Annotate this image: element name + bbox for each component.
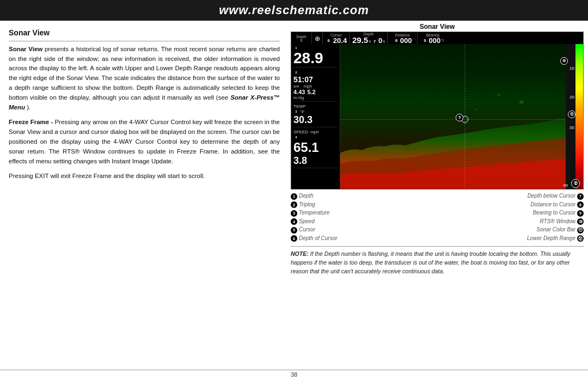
- right-panel: Sonar View Depth ft ⊕ Cursor 6: [289, 21, 588, 370]
- depth2-val: 29.5: [352, 36, 368, 44]
- header-compass: ⊕: [312, 32, 323, 45]
- watermark-bar: www.reelschematic.com: [0, 0, 588, 21]
- svg-point-1: [497, 94, 500, 96]
- freeze-frame-label: Freeze Frame -: [9, 119, 53, 125]
- sonar-top-bar: Depth ft ⊕ Cursor 6 20.4 Depth: [291, 32, 583, 45]
- header-depth-label: Depth ft: [291, 32, 312, 45]
- depth-tick-10: 10: [569, 66, 574, 71]
- legend-item-10: RTS® Window ⑩: [438, 218, 584, 225]
- sonar-display: Depth ft ⊕ Cursor 6 20.4 Depth: [291, 32, 584, 189]
- depth-tick-20: 20: [569, 95, 574, 100]
- legend-item-9: Bearing to Cursor 9: [438, 210, 584, 217]
- bold-sonar-view: Sonar View: [9, 46, 42, 52]
- marker-10: ⑩: [560, 57, 568, 65]
- speed-readout: SPEED mph 4 65.1 3.8: [293, 130, 338, 168]
- paragraph-2: Freeze Frame - Pressing any arrow on the…: [9, 118, 280, 166]
- bottom-rule: [0, 370, 588, 370]
- sonar-echo-svg: [340, 44, 567, 189]
- svg-point-0: [519, 100, 524, 103]
- sonar-view-title: Sonar View: [291, 23, 584, 30]
- cursor-marker-5: 5: [456, 114, 463, 121]
- depth-value: 28.9: [293, 51, 338, 66]
- triplog-readout: 2 51:07 sm mph 4.43 5.2 In.Hg: [293, 70, 338, 102]
- paragraph-1: Sonar View presents a historical log of …: [9, 45, 280, 113]
- left-panel: Sonar View Sonar View presents a histori…: [0, 21, 289, 370]
- note-section: NOTE: If the Depth number is flashing, i…: [291, 246, 584, 275]
- header-depth2: Depth 29.5 ft 7 0 ft: [350, 32, 388, 45]
- legend-item-8: Distance to Cursor 8: [438, 201, 584, 209]
- svg-point-2: [475, 108, 478, 111]
- temp-readout: TEMP 3 °F 30.3: [293, 104, 338, 127]
- note-text: If the Depth number is flashing, it mean…: [291, 250, 571, 274]
- section-title: Sonar View: [9, 27, 280, 41]
- paragraph-3: Pressing EXIT will exit Freeze Frame and…: [9, 171, 280, 181]
- temp-value: 30.3: [293, 114, 338, 126]
- header-distance: Distance 8 000: [388, 32, 418, 45]
- legend-item-2: 2 Triplog: [291, 201, 436, 209]
- legend-left: 1 Depth 2 Triplog 3 Temperature 4 Speed …: [291, 193, 436, 242]
- sonar-background: 5: [340, 44, 567, 189]
- watermark-text: www.reelschematic.com: [219, 3, 369, 17]
- legend-area: 1 Depth 2 Triplog 3 Temperature 4 Speed …: [291, 193, 584, 242]
- color-scale-gradient: [575, 44, 583, 189]
- legend-item-6: 6 Depth of Cursor: [291, 235, 436, 242]
- depth-40: 40: [563, 183, 568, 188]
- sonar-image-area: 5: [340, 44, 567, 189]
- page-number: 38: [291, 371, 297, 378]
- legend-item-1: 1 Depth: [291, 193, 436, 200]
- legend-item-5: 5 Cursor: [291, 226, 436, 234]
- legend-item-12: Lower Depth Range ⑫: [438, 235, 584, 242]
- header-bearing: Bearing 9 000 °t: [418, 32, 448, 45]
- marker-11: ⑪: [568, 111, 575, 118]
- legend-right: Depth below Cursor 7 Distance to Cursor …: [438, 193, 584, 242]
- speed-value: 65.1: [293, 140, 338, 155]
- triplog-value: 51:07: [293, 75, 338, 84]
- header-cursor-val: Cursor 6 20.4: [323, 32, 350, 45]
- note-label: NOTE:: [291, 250, 309, 257]
- legend-item-4: 4 Speed: [291, 218, 436, 225]
- marker-12: ⑫: [571, 179, 580, 188]
- legend-item-3: 3 Temperature: [291, 210, 436, 217]
- color-bar: [575, 44, 583, 189]
- depth-tick-30: 30: [569, 125, 574, 130]
- legend-item-11: Sonar Color Bar ⑪: [438, 226, 584, 234]
- depth-readout: 1 28.9: [293, 45, 338, 68]
- sonar-left-data: 1 28.9 2 51:07 sm mph 4.43: [291, 44, 340, 189]
- legend-item-7: Depth below Cursor 7: [438, 193, 584, 200]
